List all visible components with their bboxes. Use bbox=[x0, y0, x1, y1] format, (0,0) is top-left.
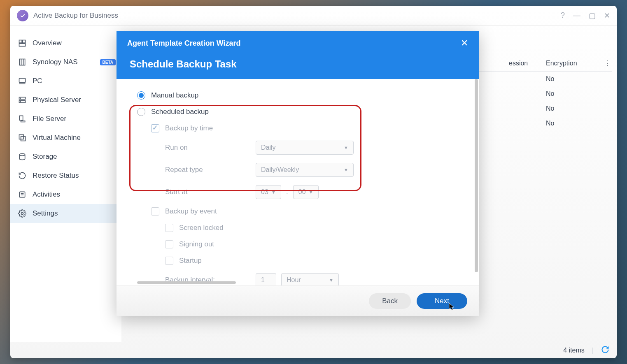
column-menu-icon[interactable]: ⋮ bbox=[604, 59, 612, 67]
gear-icon bbox=[18, 209, 27, 218]
pc-icon bbox=[18, 77, 27, 86]
sidebar-item-file-server[interactable]: File Server bbox=[10, 109, 121, 128]
next-button[interactable]: Next bbox=[417, 293, 467, 309]
sidebar-item-label: Virtual Machine bbox=[33, 134, 81, 142]
back-button[interactable]: Back bbox=[369, 293, 411, 309]
minimize-icon[interactable]: — bbox=[573, 11, 580, 20]
nas-icon bbox=[18, 58, 27, 67]
sidebar-item-label: Physical Server bbox=[33, 96, 81, 104]
field-label: Repeat type bbox=[165, 166, 256, 174]
modal-subtitle: Schedule Backup Task bbox=[130, 58, 468, 70]
field-repeat-type: Repeat type Daily/Weekly ▼ bbox=[165, 163, 458, 177]
modal-close-icon[interactable]: ✕ bbox=[461, 38, 468, 49]
app-title: Active Backup for Business bbox=[33, 12, 118, 20]
svg-point-11 bbox=[20, 102, 21, 102]
select-interval-unit[interactable]: Hour ▼ bbox=[281, 273, 339, 285]
app-icon bbox=[17, 10, 28, 21]
sidebar-item-virtual-machine[interactable]: Virtual Machine bbox=[10, 128, 121, 147]
svg-point-16 bbox=[19, 154, 25, 156]
sidebar-item-storage[interactable]: Storage bbox=[10, 147, 121, 166]
radio-icon[interactable] bbox=[137, 108, 145, 116]
checkbox-backup-by-event[interactable]: Backup by event bbox=[151, 207, 458, 216]
vm-icon bbox=[18, 133, 27, 142]
restore-icon bbox=[18, 171, 27, 180]
separator: | bbox=[592, 347, 594, 354]
chevron-down-icon: ▼ bbox=[309, 190, 313, 195]
checkbox-label: Signing out bbox=[179, 240, 214, 248]
select-value: 00 bbox=[298, 188, 306, 196]
modal-body: Manual backup Scheduled backup Backup by… bbox=[117, 79, 479, 285]
status-bar: 4 items | bbox=[10, 342, 617, 358]
sidebar-item-label: Activities bbox=[33, 190, 60, 199]
window-controls: ? — ▢ ✕ bbox=[561, 11, 610, 20]
select-value: Daily/Weekly bbox=[261, 166, 299, 174]
titlebar: Active Backup for Business ? — ▢ ✕ bbox=[10, 6, 617, 26]
svg-rect-1 bbox=[23, 40, 26, 43]
radio-manual-backup[interactable]: Manual backup bbox=[137, 91, 458, 100]
svg-rect-14 bbox=[19, 135, 24, 139]
modal-footer: Back Next bbox=[117, 285, 479, 316]
sidebar: Overview Synology NAS BETA PC Physical S… bbox=[10, 26, 121, 342]
sidebar-item-restore-status[interactable]: Restore Status bbox=[10, 166, 121, 185]
refresh-icon[interactable] bbox=[601, 345, 609, 355]
column-encryption[interactable]: Encryption bbox=[546, 60, 604, 67]
svg-rect-15 bbox=[21, 137, 26, 141]
sidebar-item-activities[interactable]: Activities bbox=[10, 185, 121, 204]
select-repeat-type[interactable]: Daily/Weekly ▼ bbox=[256, 163, 354, 177]
checkbox-icon[interactable] bbox=[151, 124, 159, 132]
chevron-down-icon: ▼ bbox=[271, 190, 276, 195]
cell-encryption: No bbox=[546, 90, 604, 97]
checkbox-signing-out[interactable]: Signing out bbox=[165, 240, 458, 248]
sidebar-item-overview[interactable]: Overview bbox=[10, 34, 121, 53]
checkbox-label: Screen locked bbox=[179, 224, 224, 232]
server-icon bbox=[18, 95, 27, 104]
input-backup-interval[interactable]: 1 bbox=[256, 273, 276, 285]
checkbox-icon[interactable] bbox=[151, 207, 159, 216]
sidebar-item-label: PC bbox=[33, 77, 42, 85]
time-separator: : bbox=[286, 188, 288, 196]
chevron-down-icon: ▼ bbox=[329, 278, 333, 283]
checkbox-label: Backup by event bbox=[165, 207, 217, 216]
dashboard-icon bbox=[18, 39, 27, 48]
field-start-at: Start at 03 ▼ : 00 ▼ bbox=[165, 185, 458, 199]
checkbox-startup[interactable]: Startup bbox=[165, 257, 458, 265]
svg-rect-2 bbox=[19, 44, 26, 46]
svg-point-10 bbox=[20, 98, 21, 98]
wizard-modal: Agent Template Creation Wizard ✕ Schedul… bbox=[117, 31, 479, 316]
storage-icon bbox=[18, 152, 27, 161]
horizontal-scrollbar[interactable] bbox=[137, 281, 236, 284]
svg-point-20 bbox=[21, 213, 23, 215]
cell-encryption: No bbox=[546, 105, 604, 112]
modal-title: Agent Template Creation Wizard bbox=[127, 39, 241, 48]
checkbox-icon[interactable] bbox=[165, 240, 173, 248]
close-icon[interactable]: ✕ bbox=[604, 11, 610, 20]
radio-label: Manual backup bbox=[151, 91, 198, 100]
sidebar-item-physical-server[interactable]: Physical Server bbox=[10, 90, 121, 109]
scrollbar[interactable] bbox=[475, 79, 478, 272]
radio-icon[interactable] bbox=[137, 91, 145, 100]
sidebar-item-pc[interactable]: PC bbox=[10, 72, 121, 90]
sidebar-item-label: Settings bbox=[33, 209, 58, 218]
checkbox-screen-locked[interactable]: Screen locked bbox=[165, 224, 458, 232]
checkbox-icon[interactable] bbox=[165, 224, 173, 232]
field-run-on: Run on Daily ▼ bbox=[165, 141, 458, 155]
radio-label: Scheduled backup bbox=[151, 108, 209, 116]
select-run-on[interactable]: Daily ▼ bbox=[256, 141, 354, 155]
svg-rect-6 bbox=[19, 78, 26, 82]
sidebar-item-label: Overview bbox=[33, 39, 62, 47]
help-icon[interactable]: ? bbox=[561, 11, 565, 20]
checkbox-icon[interactable] bbox=[165, 257, 173, 265]
select-start-hour[interactable]: 03 ▼ bbox=[256, 185, 281, 199]
checkbox-backup-by-time[interactable]: Backup by time bbox=[151, 124, 458, 132]
field-label: Start at bbox=[165, 188, 256, 196]
checkbox-label: Startup bbox=[179, 257, 202, 265]
select-value: Hour bbox=[287, 276, 301, 284]
svg-rect-13 bbox=[21, 121, 25, 122]
radio-scheduled-backup[interactable]: Scheduled backup bbox=[137, 108, 458, 116]
column-session[interactable]: ession bbox=[509, 60, 546, 67]
select-start-minute[interactable]: 00 ▼ bbox=[293, 185, 319, 199]
maximize-icon[interactable]: ▢ bbox=[589, 11, 596, 20]
sidebar-item-label: Storage bbox=[33, 153, 57, 161]
sidebar-item-settings[interactable]: Settings bbox=[10, 204, 121, 223]
sidebar-item-synology-nas[interactable]: Synology NAS BETA bbox=[10, 53, 121, 72]
